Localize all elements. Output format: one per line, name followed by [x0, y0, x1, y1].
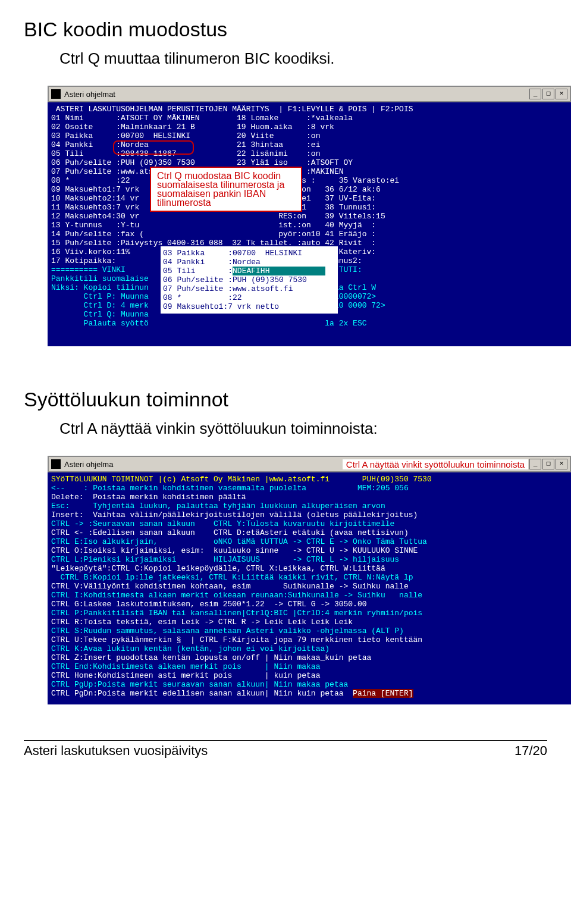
- window-title-2: Asteri ohjelma: [64, 460, 113, 469]
- close-button[interactable]: ×: [556, 459, 567, 469]
- app-icon: [51, 459, 61, 469]
- titlebar-1: Asteri ohjelmat _ □ ×: [48, 86, 571, 102]
- close-button[interactable]: ×: [556, 89, 567, 99]
- heading-syotto: Syöttöluukun toiminnot: [24, 388, 547, 411]
- footer-left: Asteri laskutuksen vuosipäivitys: [24, 743, 208, 759]
- page-footer: Asteri laskutuksen vuosipäivitys 17/20: [24, 740, 547, 759]
- minimize-button[interactable]: _: [529, 89, 541, 99]
- maximize-button[interactable]: □: [542, 89, 554, 99]
- overlay-panel: 03 Paikka :00700 HELSINKI 04 Pankki :Nor…: [161, 246, 338, 314]
- terminal-body-1: ASTERI LASKUTUSOHJELMAN PERUSTIETOJEN MÄ…: [48, 102, 571, 346]
- terminal-window-2: Asteri ohjelma Ctrl A näyttää vinkit syö…: [48, 456, 571, 704]
- sub-syotto: Ctrl A näyttää vinkin syöttöluukun toimi…: [59, 419, 547, 438]
- terminal-window-1: Asteri ohjelmat _ □ × ASTERI LASKUTUSOHJ…: [48, 86, 571, 346]
- sub-bic: Ctrl Q muuttaa tilinumeron BIC koodiksi.: [59, 49, 547, 68]
- redbox-tili: [113, 140, 194, 155]
- callout-ctrla: Ctrl A näyttää vinkit syöttöluukun toimi…: [343, 459, 528, 469]
- titlebar-2: Asteri ohjelma Ctrl A näyttää vinkit syö…: [48, 456, 571, 472]
- heading-bic: BIC koodin muodostus: [24, 18, 547, 41]
- footer-right: 17/20: [514, 743, 547, 759]
- callout-ctrlq: Ctrl Q muodostaa BIC koodin suomalaisest…: [150, 167, 302, 212]
- minimize-button[interactable]: _: [529, 459, 541, 469]
- maximize-button[interactable]: □: [542, 459, 554, 469]
- app-icon: [51, 89, 61, 99]
- window-title-1: Asteri ohjelmat: [64, 90, 115, 99]
- terminal-body-2: SYöTTöLUUKUN TOIMINNOT |(c) Atsoft Oy Mä…: [48, 472, 571, 704]
